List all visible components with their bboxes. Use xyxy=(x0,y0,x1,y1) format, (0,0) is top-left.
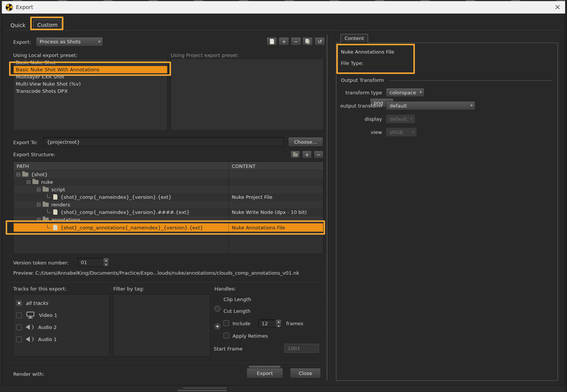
track-label: Video 1 xyxy=(39,312,57,318)
remove-preset-button[interactable]: − xyxy=(291,37,301,46)
chevron-down-icon: ▼ xyxy=(471,104,473,107)
transform-type-dropdown[interactable]: colorspace▼ xyxy=(386,88,424,97)
structure-tree-row[interactable]: annotations xyxy=(14,216,323,223)
output-transform-group-label: Output Transform xyxy=(341,77,384,83)
structure-tree-row[interactable]: nuke xyxy=(14,178,323,186)
chevron-down-icon: ▼ xyxy=(412,131,414,134)
structure-tree-row[interactable]: {shot}_comp{_nameindex}_{version}.{ext}N… xyxy=(14,193,323,201)
export-to-field[interactable]: {projectroot} xyxy=(43,137,284,147)
expand-toggle-icon[interactable] xyxy=(27,180,30,184)
export-button[interactable]: Export xyxy=(247,368,283,378)
revert-preset-button[interactable]: ↺ xyxy=(314,37,325,46)
structure-table-header: PATH CONTENT xyxy=(13,161,324,171)
path-column-header: PATH xyxy=(17,163,29,169)
path-cell: annotations xyxy=(51,217,80,223)
file-icon xyxy=(53,194,57,200)
spinner-arrows[interactable]: ▲▼ xyxy=(103,258,109,266)
new-page-icon xyxy=(270,39,274,44)
preset-item[interactable]: Basic Nuke Shot xyxy=(14,59,167,66)
include-frames-spinner[interactable]: 12 ▲▼ xyxy=(258,319,282,327)
track-row[interactable]: ×all tracks xyxy=(14,297,109,309)
chevron-down-icon: ▼ xyxy=(99,40,100,43)
group-line xyxy=(390,80,552,81)
structure-tree-row[interactable]: script xyxy=(14,186,323,193)
close-icon[interactable]: × xyxy=(552,2,563,12)
add-folder-button[interactable] xyxy=(290,151,300,158)
choose-button[interactable]: Choose... xyxy=(288,137,323,147)
titlebar[interactable] xyxy=(2,1,565,14)
folder-icon xyxy=(43,203,49,207)
export-structure-label: Export Structure: xyxy=(13,152,55,157)
clip-length-radio[interactable] xyxy=(214,306,220,312)
background-text-smudge xyxy=(177,390,226,391)
tab-quick[interactable]: Quick xyxy=(5,20,31,31)
track-checkbox[interactable] xyxy=(16,337,22,342)
apply-retimes-checkbox[interactable] xyxy=(223,333,229,338)
tree-elbow-icon xyxy=(47,194,51,198)
folder-icon xyxy=(22,172,28,177)
tab-custom[interactable]: Custom xyxy=(33,20,62,31)
chevron-down-icon: ▼ xyxy=(411,117,413,120)
expand-toggle-icon[interactable] xyxy=(37,203,40,206)
remove-structure-button[interactable]: − xyxy=(314,151,324,158)
splitter-handle[interactable] xyxy=(327,35,327,381)
preset-item[interactable]: Basic Nuke Shot With Annotations xyxy=(14,66,167,73)
include-label[interactable]: Include xyxy=(233,321,250,326)
add-preset-button[interactable]: + xyxy=(279,37,289,46)
spinner-arrows[interactable]: ▲▼ xyxy=(276,320,281,327)
track-checkbox[interactable] xyxy=(16,324,22,330)
export-mode-dropdown[interactable]: Process as Shots ▼ xyxy=(36,37,103,46)
tracks-list[interactable]: ×all tracksVideo 1Audio 2Audio 1 xyxy=(13,294,109,357)
apply-retimes-label[interactable]: Apply Retimes xyxy=(233,333,268,339)
preset-item[interactable]: Transcode Shots DPX xyxy=(14,88,167,95)
spin-up-icon: ▲ xyxy=(276,320,281,324)
structure-tree[interactable]: {shot}nukescript{shot}_comp{_nameindex}_… xyxy=(13,171,324,254)
expand-toggle-icon[interactable] xyxy=(37,218,40,221)
path-cell: script xyxy=(51,187,65,192)
spin-up-icon: ▲ xyxy=(103,258,109,262)
local-preset-list[interactable]: Basic Nuke ShotBasic Nuke Shot With Anno… xyxy=(13,58,168,131)
folder-icon xyxy=(43,188,49,192)
include-checkbox[interactable] xyxy=(223,320,229,326)
render-with-label: Render with: xyxy=(13,371,44,377)
track-row[interactable]: Audio 2 xyxy=(14,321,109,333)
clip-length-label[interactable]: Clip Length xyxy=(223,297,251,302)
track-row[interactable]: Video 1 xyxy=(14,309,109,321)
spin-down-icon: ▼ xyxy=(276,324,281,328)
column-divider xyxy=(228,161,229,254)
structure-tree-row[interactable]: {shot}_comp{_nameindex}_{version}.####.{… xyxy=(14,208,323,216)
content-cell: Nuke Annotations File xyxy=(232,223,285,232)
preset-item[interactable]: Multilayer EXR Shot xyxy=(14,73,167,80)
cut-length-radio[interactable] xyxy=(214,323,220,329)
field-value: default xyxy=(390,116,407,122)
track-checkbox[interactable] xyxy=(16,312,22,318)
track-checkbox[interactable]: × xyxy=(16,300,22,306)
monitor-icon xyxy=(26,312,35,318)
file-type-label: File Type: xyxy=(341,60,364,66)
structure-tree-row[interactable]: {shot}_comp_annotations{_nameindex}_{ver… xyxy=(14,223,323,232)
version-token-spinner[interactable]: 01 ▲▼ xyxy=(77,258,109,267)
project-preset-list[interactable] xyxy=(171,58,324,131)
folder-plus-icon xyxy=(293,153,298,157)
preview-label: Preview: xyxy=(13,270,34,276)
expand-toggle-icon[interactable] xyxy=(37,188,40,191)
tracks-label: Tracks for this export: xyxy=(13,286,66,292)
separator xyxy=(8,281,324,282)
track-row[interactable]: Audio 1 xyxy=(14,333,109,345)
new-preset-button[interactable] xyxy=(267,37,277,46)
structure-tree-row[interactable]: renders xyxy=(14,201,323,208)
cut-length-label[interactable]: Cut Length xyxy=(223,308,250,314)
spin-down-icon: ▼ xyxy=(103,262,109,267)
filter-by-tag-list[interactable] xyxy=(113,294,210,357)
preview-path: Preview: C:/Users/AnnabelKing/Documents/… xyxy=(13,270,299,276)
tab-content[interactable]: Content xyxy=(341,34,368,43)
duplicate-preset-button[interactable] xyxy=(302,37,313,46)
handles-label: Handles: xyxy=(214,286,236,292)
expand-toggle-icon[interactable] xyxy=(17,173,20,176)
add-structure-button[interactable]: + xyxy=(302,151,312,158)
structure-tree-row[interactable]: {shot} xyxy=(14,171,323,178)
close-button[interactable]: Close xyxy=(290,368,321,378)
preset-item[interactable]: Multi-View Nuke Shot (%v) xyxy=(14,80,167,88)
export-label: Export: xyxy=(13,39,31,45)
output-transform-dropdown[interactable]: default▼ xyxy=(386,101,475,110)
